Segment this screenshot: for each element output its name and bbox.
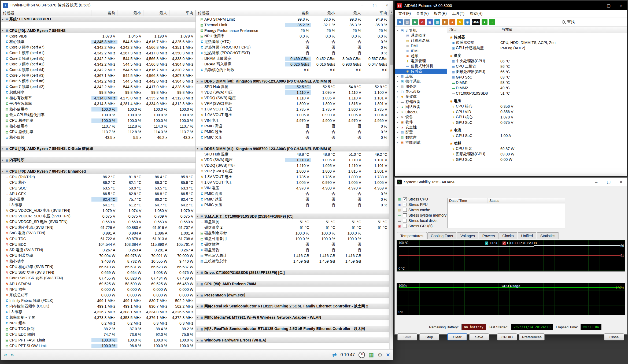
- sensor-row[interactable]: ↯ 1.0V VOUT 电压 1.005 V 0.990 V 1.005 V 1…: [196, 112, 389, 118]
- close-x-icon[interactable]: ×: [386, 351, 390, 359]
- sensor-row[interactable]: ▸ ▣ GPU [#0]: AMD Radeon 780M: [196, 281, 389, 287]
- action-button[interactable]: Start: [397, 333, 417, 340]
- sensor-row[interactable]: ▾ ▣ S.M.A.R.T.: CT1000P310SSD8 (25184FF1…: [196, 213, 389, 219]
- toolbar-icon[interactable]: ▮: [442, 19, 448, 25]
- sensor-row[interactable]: C PMIC 高温 否 否 否 0 %: [196, 191, 389, 196]
- sensor-row[interactable]: ↯ CPU VDDCR_VDD 电压 (SVI3 TFN) 1.079 V 1.…: [1, 208, 195, 213]
- sensor-row[interactable]: C 磁盘故障 否 否 否: [196, 242, 389, 247]
- sensor-row[interactable]: ↓ CPU 核心 86.2 °C 82.1 °C 86.3 °C 85.9 °C: [1, 180, 195, 185]
- sensor-row[interactable]: ↯ VDDQ (SWB) 电压 1.110 V 1.095 V 1.110 V …: [196, 163, 389, 168]
- panel-row[interactable]: ↯ GPU SoC 0.00 W: [447, 157, 627, 162]
- tree-item[interactable]: ▮ 电源管理: [395, 58, 447, 64]
- search-icon[interactable]: [562, 20, 565, 24]
- scroll-columns-left-icon[interactable]: «: [4, 352, 7, 358]
- sensor-row[interactable]: C Core 1 频率 (perf #1) 4,342.2 MHz 4,267.…: [1, 50, 195, 56]
- stress-option-checkbox[interactable]: [403, 213, 407, 217]
- sensor-row[interactable]: [1, 22, 195, 28]
- sensor-row[interactable]: ▤ CPU 总使用率 100.0 % 100.0 % 100.0 % 100.0…: [1, 118, 195, 123]
- tree-item[interactable]: ▸ ▦ 性能测试: [395, 140, 447, 145]
- tree-item[interactable]: ▸ ▥ 数据库: [395, 135, 447, 140]
- log-column-datetime[interactable]: Date / Time: [448, 198, 488, 203]
- toolbar-icon[interactable]: ▤: [404, 19, 410, 25]
- sensor-row[interactable]: ▸ ▣ Windows Hardware Errors (WHEA): [196, 337, 389, 343]
- sensor-row[interactable]: ↯ CPU TDC 61.722 A 60.878 A 61.913 A 61.…: [1, 236, 195, 242]
- legend-checkbox-icon[interactable]: ✓: [503, 242, 506, 245]
- sensor-row[interactable]: ↓ APU GFX 66.5 °C 62.9 °C 66.8 °C 66.5 °…: [1, 191, 195, 196]
- menu-item[interactable]: 报告(R): [431, 10, 449, 17]
- sensor-row[interactable]: ↯ APU STAPM 69.525 W 58.509 W 69.525 W 6…: [1, 281, 195, 287]
- sensor-row[interactable]: ▾ ▣ CPU [#0]: AMD Ryzen 7 8845HS: [1, 28, 195, 33]
- column-avg[interactable]: 平均: [169, 10, 195, 16]
- legend-item[interactable]: ✓ CPU: [485, 241, 497, 245]
- sensor-row[interactable]: ▤ Thermal Limit 86.2 % 82.1 % 86.3 % 85.…: [196, 22, 389, 28]
- stress-option-row[interactable]: ▬ Stress system memory: [397, 213, 446, 218]
- action-button[interactable]: Preferences: [519, 333, 545, 340]
- panel-row[interactable]: ↯ CPU VID 0.356 V: [447, 109, 627, 114]
- panel-group-row[interactable]: ◉ 功耗: [447, 141, 627, 146]
- sensor-row[interactable]: ▾ ▣ CPU [#0]: AMD Ryzen 7 8845HS: Enhanc…: [1, 168, 195, 174]
- graph-tab[interactable]: Clocks: [499, 232, 517, 239]
- column-min[interactable]: 最小: [117, 10, 143, 16]
- sensor-row[interactable]: C 核心有效频率 4,314.8 MHz 4,279.0 MHz 4,335.2…: [1, 95, 195, 101]
- scroll-up-icon[interactable]: ▴: [391, 10, 392, 14]
- minimize-button[interactable]: –: [590, 1, 603, 10]
- sensor-row[interactable]: ↯ 系统总功率 0.000 W 0.000 W 0.000 W 0.000 W: [1, 292, 195, 298]
- sensor-row[interactable]: C 过热降频 (PROCHOT EXT) 否 否 否 0 %: [196, 50, 389, 56]
- action-button[interactable]: Save: [469, 333, 489, 340]
- panel-row[interactable]: ↯ GPU SoC 1.00 A: [447, 133, 627, 138]
- panel-row[interactable]: ↯ CPU 核心 0.356 V: [447, 104, 627, 109]
- sensor-row[interactable]: [196, 208, 389, 213]
- panel-row[interactable]: ▬ CT1000P310SSD8 51 °C: [447, 91, 627, 96]
- sensor-row[interactable]: x 核心倍频 43.5 x 5.5 x 46.2 x 43.3 x: [1, 135, 195, 140]
- sensor-row[interactable]: ↓ 磁盘温度 2 51 °C 51 °C 51 °C 51 °C: [196, 225, 389, 230]
- tree-chevron-icon[interactable]: ▸: [396, 141, 399, 144]
- toolbar-icon[interactable]: ▣: [427, 19, 433, 25]
- panel-row[interactable]: ↯ CPU 封装 69.87 W: [447, 146, 627, 151]
- stress-option-row[interactable]: ▥ Stress cache: [397, 207, 446, 213]
- scrollbar-thumb[interactable]: [390, 14, 393, 65]
- tree-item[interactable]: ▥ DMI: [395, 43, 447, 48]
- column-sensor[interactable]: 传感器: [196, 10, 285, 16]
- sensor-row[interactable]: C Infinity Fabric 频率 (FCLK) 499.1 MHz 49…: [1, 298, 195, 303]
- sensor-row[interactable]: ↓ CPU (Tctl/Tdie) 86.2 °C 81.9 °C 86.4 °…: [1, 174, 195, 180]
- sensor-row[interactable]: ↯ CPU 封装功率 70.004 W 69.978 W 70.021 W 70…: [1, 253, 195, 258]
- sensor-row[interactable]: [196, 298, 389, 303]
- sensor-row[interactable]: ▤ CPU PPT SLOW Limit 100.0 % 96.6 % 100.…: [1, 343, 195, 348]
- sensor-row[interactable]: ↯ 1.0V VOUT 电压 1.005 V 0.990 V 1.005 V 1…: [196, 180, 389, 185]
- stress-option-row[interactable]: ▦ ✓ Stress CPU: [397, 196, 446, 202]
- toolbar-icon[interactable]: ↓: [489, 19, 495, 25]
- tree-chevron-icon[interactable]: ▸: [396, 106, 399, 108]
- sensor-row[interactable]: ↯ VDDQ (SWB) 电压 1.110 V 1.095 V 1.110 V …: [196, 95, 389, 101]
- sensor-row[interactable]: ↯ VDD (SWA) 电压 1.110 V 1.095 V 1.110 V 1…: [196, 90, 389, 95]
- sensor-row[interactable]: C 平均有效频率 4,314.8 MHz 4,281.4 MHz 4,334.0…: [1, 101, 195, 106]
- tree-chevron-icon[interactable]: ▸: [396, 95, 399, 98]
- close-dialog-button[interactable]: Close: [604, 333, 624, 340]
- stress-option-row[interactable]: ▣ ✓ Stress FPU: [397, 202, 446, 207]
- sensor-row[interactable]: ▤ NPU 使用率 0.0 % 0.0 % 0.0 % 0.0 %: [196, 33, 389, 39]
- sensor-row[interactable]: ↯ CPU SoC 功率 (SVI3 TFN) 0.669 W 0.664 W …: [1, 270, 195, 275]
- sensor-row[interactable]: C Core 6 频率 (perf #6) 4,342.2 MHz 544.5 …: [1, 78, 195, 84]
- stress-option-checkbox[interactable]: [403, 219, 407, 222]
- sensor-row[interactable]: ▥ 主机读取总计 1,459 GB 1,459 GB 1,459 GB: [196, 258, 389, 264]
- column-avg[interactable]: 平均: [363, 10, 389, 16]
- sensor-row[interactable]: ↯ SR 电流 (SVI3 TFN) 0.267 A 0.263 A 0.281…: [1, 247, 195, 253]
- sensor-row[interactable]: [196, 332, 389, 337]
- minimize-button[interactable]: –: [356, 1, 368, 10]
- panel-row[interactable]: ▦ 图形处理器(GPU) 66 °C: [447, 69, 627, 75]
- stress-option-checkbox[interactable]: [403, 224, 407, 228]
- close-button[interactable]: ×: [615, 178, 627, 186]
- sensor-row[interactable]: ▸ ▣ CPU [#0]: AMD Ryzen 7 8845HS: C-Stat…: [1, 146, 195, 151]
- tree-item[interactable]: ▸ ▬ 存储设备: [395, 99, 447, 104]
- sensor-row[interactable]: ↓ 磁盘温度 51 °C 51 °C 51 °C 51 °C: [196, 219, 389, 225]
- sensor-row[interactable]: ↯ CPU 核心功率 (SVI3 TFN) 66.610 W 65.631 W …: [1, 264, 195, 270]
- sensor-row[interactable]: ↓ SPD Hub 温度 48.8 °C 48.8 °C 51.0 °C 49.…: [196, 151, 389, 157]
- sensor-row[interactable]: ▸ ▣ 网络: RealTek Semiconductor RTL8125 Ga…: [196, 326, 389, 332]
- toolbar-icon[interactable]: ↯: [457, 19, 463, 25]
- sensor-row[interactable]: ▤ 磁盘可用备用 100.0 % 100.0 % 100.0 %: [196, 236, 389, 242]
- sensor-row[interactable]: [196, 140, 389, 146]
- panel-row[interactable]: ↯ 图形处理器(GPU) 69.00 W: [447, 151, 627, 157]
- sensor-row[interactable]: C Core 0 频率 (perf #7) 4,342.2 MHz 4,242.…: [1, 44, 195, 50]
- graph-tab[interactable]: Powers: [479, 232, 498, 239]
- sensor-row[interactable]: ↯ VPP (SWC) 电压 1.800 V 1.800 V 1.815 V 1…: [196, 168, 389, 174]
- tree-chevron-icon[interactable]: ▸: [396, 116, 399, 118]
